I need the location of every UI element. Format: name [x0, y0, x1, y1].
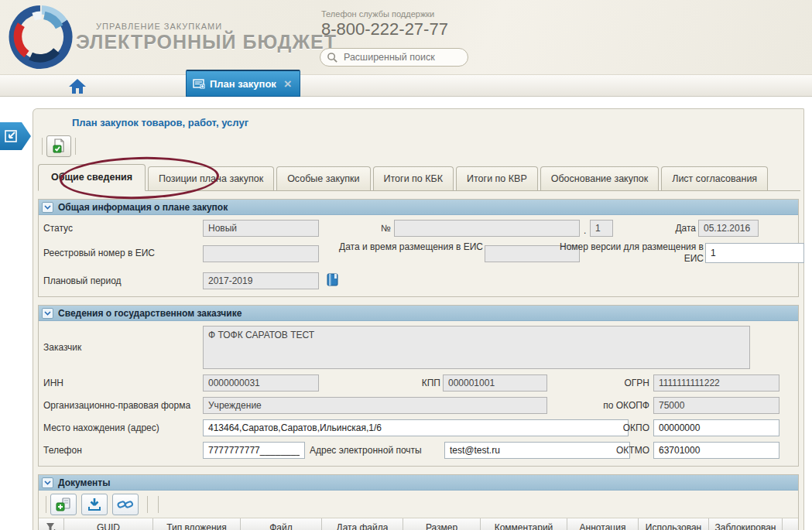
support-label: Телефон службы поддержки [321, 9, 448, 19]
chevron-down-icon [44, 205, 51, 210]
address-label: Место нахождения (адрес) [43, 422, 159, 433]
search-input[interactable] [344, 52, 460, 63]
add-attachment-button[interactable] [50, 494, 77, 515]
documents-table-header: GUID Тип вложения Файл Дата файла Размер… [39, 518, 798, 530]
date-label: Дата [657, 223, 696, 234]
section-documents: Документы [38, 474, 799, 530]
toolbar-separator [46, 496, 46, 513]
phone-input[interactable] [203, 442, 305, 459]
column-header-comment[interactable]: Комментарий [481, 518, 567, 530]
support-phone: 8-800-222-27-77 [321, 19, 448, 39]
section-documents-header: Документы [39, 475, 798, 491]
home-icon [68, 77, 87, 94]
tab-itogi-kvr[interactable]: Итоги по КВР [456, 166, 538, 190]
filter-add-icon [46, 522, 57, 530]
tab-osobye-zakupki[interactable]: Особые закупки [276, 166, 370, 190]
kpp-field [443, 374, 547, 392]
main-panel: План закупок товаров, работ, услуг Общие… [33, 108, 804, 530]
plan-document-icon [193, 79, 205, 89]
column-header-attachment-type[interactable]: Тип вложения [153, 518, 241, 530]
logo-subtitle: УПРАВЛЕНИЕ ЗАКУПКАМИ [96, 22, 337, 31]
email-label: Адрес электронной почты [310, 445, 422, 456]
logo-mark-icon [6, 3, 74, 71]
save-document-button[interactable] [46, 135, 71, 157]
okopf-field [653, 397, 779, 414]
okpo-label: ОКПО [584, 422, 649, 433]
period-lookup-button[interactable] [327, 273, 340, 289]
eis-registry-label: Реестровый номер в ЕИС [43, 248, 155, 258]
address-input[interactable] [203, 419, 629, 436]
toolbar-separator [158, 496, 159, 513]
section-general-body: Статус № . Дата Реестровый номер в ЕИС Д… [39, 215, 798, 296]
status-label: Статус [43, 223, 73, 234]
column-header-guid[interactable]: GUID [64, 518, 153, 530]
number-separator: . [584, 225, 586, 236]
column-header-filler [783, 518, 798, 530]
collapse-section-button[interactable] [42, 202, 53, 213]
column-header-size[interactable]: Размер [403, 518, 481, 530]
tab-obshchie-svedeniya[interactable]: Общие сведения [38, 164, 146, 191]
eis-version-input[interactable] [705, 243, 804, 263]
kpp-label: КПП [382, 378, 440, 388]
dock-arrow-icon [4, 129, 18, 143]
link-icon [117, 498, 134, 511]
documents-toolbar [39, 491, 798, 518]
download-attachment-button[interactable] [81, 494, 108, 515]
ogrn-field [653, 374, 779, 392]
date-field [698, 220, 759, 237]
collapse-section-button[interactable] [42, 477, 53, 488]
content-tabs: Общие сведения Позиции плана закупок Осо… [38, 164, 800, 191]
column-header-blocked[interactable]: Заблокирован [709, 518, 783, 530]
home-button[interactable] [68, 77, 87, 94]
collapse-section-button[interactable] [42, 308, 53, 319]
period-field [203, 272, 319, 289]
chevron-down-icon [44, 480, 51, 485]
tab-pozitsii-plana[interactable]: Позиции плана закупок [148, 166, 274, 190]
inn-field [203, 374, 319, 392]
toolbar-separator [147, 496, 148, 513]
tab-itogi-kbk[interactable]: Итоги по КБК [373, 166, 454, 190]
close-tab-icon[interactable]: × [284, 77, 292, 91]
customer-label: Заказчик [43, 342, 81, 353]
search-icon [327, 52, 338, 63]
section-general-header: Общая информация о плане закупок [39, 200, 798, 215]
column-header-file[interactable]: Файл [241, 518, 322, 530]
section-general-info: Общая информация о плане закупок Статус … [38, 199, 799, 297]
period-label: Плановый период [43, 275, 122, 286]
chevron-down-icon [44, 311, 51, 316]
column-header-file-date[interactable]: Дата файла [322, 518, 403, 530]
inn-label: ИНН [43, 378, 63, 388]
oktmo-input[interactable] [653, 442, 779, 459]
nav-tab-label: План закупок [210, 78, 276, 90]
eis-version-label: Номер версии для размещения в ЕИС [549, 241, 704, 265]
add-attachment-icon [55, 497, 72, 512]
document-check-icon [51, 138, 67, 154]
section-customer-header: Сведения о государственном заказчике [39, 306, 798, 321]
filter-add-button[interactable] [39, 518, 64, 530]
section-customer-title: Сведения о государственном заказчике [58, 308, 242, 319]
tab-list-soglasovaniya[interactable]: Лист согласования [661, 166, 768, 190]
column-header-used[interactable]: Использован [639, 518, 709, 530]
advanced-search[interactable] [320, 48, 468, 67]
book-icon [327, 273, 340, 287]
nav-bar: Меню План закупок × [0, 75, 812, 97]
support-block: Телефон службы поддержки 8-800-222-27-77 [321, 9, 448, 39]
eis-registry-field [203, 245, 319, 262]
tab-obosnovanie[interactable]: Обоснование закупок [540, 166, 659, 190]
link-attachment-button[interactable] [112, 494, 139, 515]
phone-label: Телефон [43, 445, 82, 456]
section-general-title: Общая информация о плане закупок [58, 202, 228, 213]
ogrn-label: ОГРН [584, 378, 649, 388]
customer-field: Ф ТОФК САРАТОВ ТЕСТ [203, 326, 750, 369]
nav-tab-plan-zakupok[interactable]: План закупок × [186, 70, 300, 97]
okpo-input[interactable] [653, 419, 779, 436]
page-toolbar [38, 133, 800, 159]
oktmo-label: ОКТМО [584, 445, 649, 456]
status-field [203, 220, 319, 237]
collapse-panel-button[interactable] [0, 122, 31, 150]
legal-form-label: Организационно-правовая форма [43, 400, 190, 411]
toolbar-separator [42, 138, 43, 155]
section-documents-title: Документы [58, 477, 110, 488]
column-header-annotation[interactable]: Аннотация [567, 518, 639, 530]
section-customer-body: Заказчик Ф ТОФК САРАТОВ ТЕСТ ИНН КПП ОГР… [39, 321, 798, 466]
